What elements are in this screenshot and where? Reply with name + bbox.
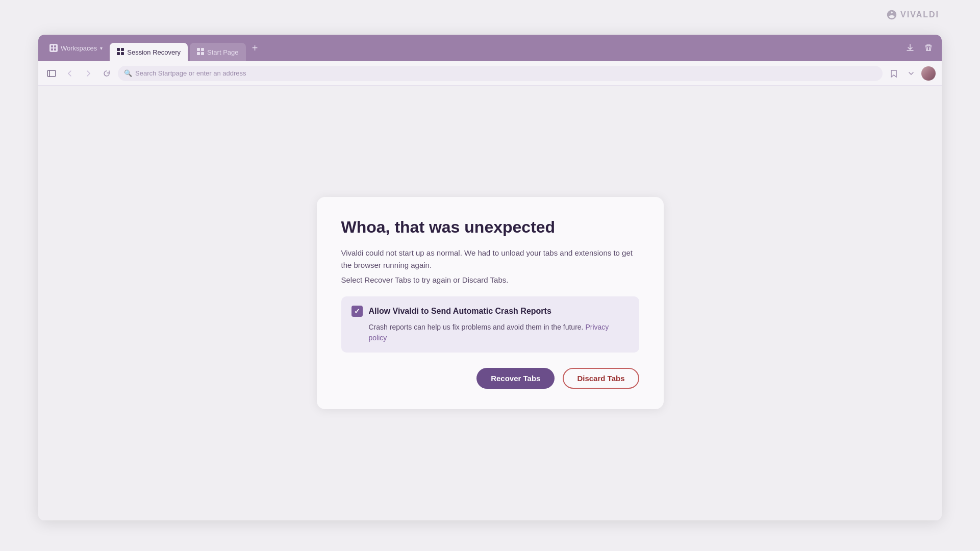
workspaces-label: Workspaces [61,44,97,52]
tab-bar: Workspaces ▾ Session Recovery [38,35,942,61]
bookmark-button[interactable] [887,66,901,81]
tab-start-page-label: Start Page [207,48,238,56]
crash-report-desc: Crash reports can help us fix problems a… [351,322,629,343]
tab-start-page[interactable]: Start Page [190,43,245,61]
tab-start-page-icon [197,48,204,57]
vivaldi-logo-text: VIVALDI [900,10,939,19]
trash-button[interactable] [921,41,936,55]
tab-session-recovery[interactable]: Session Recovery [110,43,188,61]
recovery-card: Whoa, that was unexpected Vivaldi could … [317,197,664,409]
address-bar-actions [887,66,936,81]
svg-rect-8 [197,48,200,51]
tab-session-recovery-label: Session Recovery [127,48,181,56]
crash-report-checkbox[interactable] [351,306,363,317]
svg-rect-4 [117,48,120,51]
crash-report-label: Allow Vivaldi to Send Automatic Crash Re… [369,307,551,316]
recovery-action-text: Select Recover Tabs to try again or Disc… [341,276,639,284]
recovery-description: Vivaldi could not start up as normal. We… [341,247,639,271]
crash-report-box: Allow Vivaldi to Send Automatic Crash Re… [341,296,639,353]
page-content: Whoa, that was unexpected Vivaldi could … [38,86,942,520]
back-button[interactable] [63,66,77,81]
vivaldi-logo: VIVALDI [886,9,939,20]
address-input[interactable]: 🔍 Search Startpage or enter an address [118,66,883,81]
tab-bar-actions [903,41,936,55]
svg-rect-12 [47,70,56,77]
sidebar-toggle-button[interactable] [44,66,59,81]
workspaces-chevron: ▾ [100,45,103,51]
download-button[interactable] [903,41,917,55]
address-bar: 🔍 Search Startpage or enter an address [38,61,942,86]
svg-rect-7 [121,52,124,55]
svg-rect-1 [54,45,56,47]
svg-rect-11 [201,52,204,55]
search-icon: 🔍 [124,69,132,77]
avatar-image [921,66,936,81]
search-placeholder: Search Startpage or enter an address [135,69,246,77]
workspaces-button[interactable]: Workspaces ▾ [44,41,108,55]
bookmark-chevron-button[interactable] [904,66,918,81]
discard-tabs-button[interactable]: Discard Tabs [563,368,639,389]
svg-rect-10 [197,52,200,55]
svg-rect-6 [117,52,120,55]
svg-rect-2 [51,48,53,51]
profile-avatar[interactable] [921,66,936,81]
card-actions: Recover Tabs Discard Tabs [341,368,639,389]
reload-button[interactable] [99,66,114,81]
svg-rect-5 [121,48,124,51]
add-tab-button[interactable]: + [248,41,262,55]
svg-rect-3 [54,48,56,51]
forward-button[interactable] [81,66,95,81]
crash-report-header: Allow Vivaldi to Send Automatic Crash Re… [351,306,629,317]
svg-rect-0 [51,45,53,47]
recover-tabs-button[interactable]: Recover Tabs [476,368,555,389]
workspaces-icon [49,44,58,52]
recovery-title: Whoa, that was unexpected [341,217,639,237]
tab-session-recovery-icon [117,48,124,57]
svg-rect-9 [201,48,204,51]
browser-window: Workspaces ▾ Session Recovery [38,35,942,520]
